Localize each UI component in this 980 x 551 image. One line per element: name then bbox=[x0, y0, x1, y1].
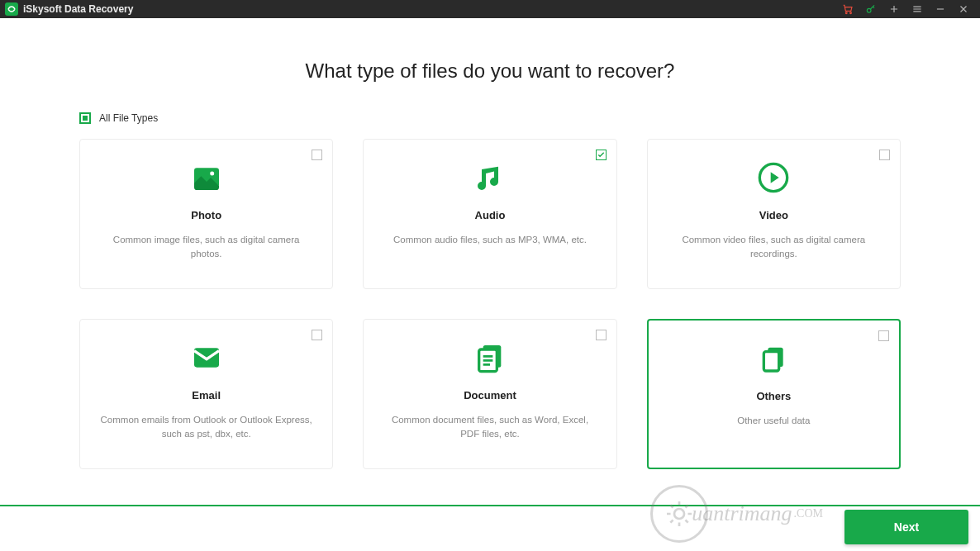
file-type-card-email[interactable]: EmailCommon emails from Outlook or Outlo… bbox=[79, 319, 333, 469]
audio-icon bbox=[473, 158, 507, 197]
all-file-types-label: All File Types bbox=[99, 112, 158, 124]
video-icon bbox=[757, 158, 790, 197]
card-checkbox[interactable] bbox=[879, 150, 890, 160]
svg-point-2 bbox=[867, 8, 871, 12]
all-file-types-row[interactable]: All File Types bbox=[79, 112, 901, 124]
document-icon bbox=[473, 338, 507, 378]
svg-point-0 bbox=[845, 12, 847, 14]
close-icon[interactable] bbox=[952, 0, 975, 18]
card-title: Email bbox=[192, 389, 221, 401]
key-icon[interactable] bbox=[859, 0, 882, 18]
svg-point-1 bbox=[850, 12, 852, 14]
file-type-card-others[interactable]: OthersOther useful data bbox=[647, 319, 901, 469]
app-logo-icon bbox=[5, 2, 18, 16]
card-title: Document bbox=[464, 389, 516, 401]
card-title: Audio bbox=[475, 209, 506, 221]
svg-rect-10 bbox=[764, 352, 779, 371]
svg-point-4 bbox=[210, 172, 214, 176]
photo-icon bbox=[190, 158, 223, 197]
card-title: Photo bbox=[191, 209, 221, 221]
main-content: What type of files do you want to recove… bbox=[0, 18, 980, 469]
titlebar: iSkysoft Data Recovery bbox=[0, 0, 980, 18]
card-title: Others bbox=[756, 390, 791, 402]
others-icon bbox=[757, 339, 790, 378]
minimize-icon[interactable] bbox=[929, 0, 952, 18]
file-type-card-document[interactable]: DocumentCommon document files, such as W… bbox=[363, 319, 616, 469]
card-desc: Common image files, such as digital came… bbox=[100, 233, 312, 262]
app-title: iSkysoft Data Recovery bbox=[23, 3, 133, 15]
page-title: What type of files do you want to recove… bbox=[79, 59, 901, 83]
add-icon[interactable] bbox=[882, 0, 906, 18]
all-file-types-checkbox[interactable] bbox=[79, 112, 91, 124]
file-type-card-photo[interactable]: PhotoCommon image files, such as digital… bbox=[79, 139, 333, 289]
watermark: uantrimang.COM bbox=[650, 485, 823, 543]
file-type-grid: PhotoCommon image files, such as digital… bbox=[79, 139, 901, 469]
card-checkbox[interactable] bbox=[596, 150, 607, 160]
card-desc: Common emails from Outlook or Outlook Ex… bbox=[100, 413, 312, 442]
svg-point-11 bbox=[674, 509, 684, 519]
menu-icon[interactable] bbox=[906, 0, 929, 18]
card-desc: Common audio files, such as MP3, WMA, et… bbox=[393, 233, 587, 247]
file-type-card-audio[interactable]: AudioCommon audio files, such as MP3, WM… bbox=[363, 139, 616, 289]
card-checkbox[interactable] bbox=[596, 330, 607, 340]
card-title: Video bbox=[759, 209, 788, 221]
email-icon bbox=[190, 338, 223, 378]
next-button[interactable]: Next bbox=[844, 510, 968, 544]
card-checkbox[interactable] bbox=[312, 150, 322, 160]
card-desc: Common video files, such as digital came… bbox=[668, 233, 880, 262]
footer-separator bbox=[0, 505, 980, 506]
card-desc: Common document files, such as Word, Exc… bbox=[383, 413, 596, 442]
file-type-card-video[interactable]: VideoCommon video files, such as digital… bbox=[647, 139, 901, 289]
cart-icon[interactable] bbox=[836, 0, 859, 18]
card-checkbox[interactable] bbox=[878, 330, 889, 341]
card-checkbox[interactable] bbox=[312, 330, 322, 340]
card-desc: Other useful data bbox=[737, 414, 810, 428]
